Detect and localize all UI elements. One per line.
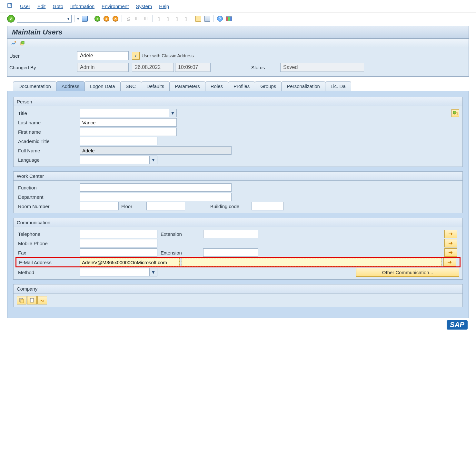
fax-extension-label: Extension bbox=[159, 250, 201, 255]
academic-title-label: Academic Title bbox=[17, 139, 78, 144]
company-group: Company bbox=[13, 284, 463, 307]
workcenter-group-title: Work Center bbox=[17, 173, 44, 179]
title-dropdown[interactable] bbox=[80, 109, 169, 117]
department-field[interactable] bbox=[80, 193, 232, 201]
email-more-button[interactable] bbox=[443, 258, 456, 266]
communication-group-title: Communication bbox=[17, 220, 50, 225]
tab-personalization[interactable]: Personalization bbox=[281, 81, 325, 91]
company-create-button[interactable] bbox=[27, 296, 37, 304]
firstname-field[interactable] bbox=[80, 128, 177, 136]
tab-logon-data[interactable]: Logon Data bbox=[84, 81, 121, 91]
lastname-field[interactable] bbox=[80, 118, 177, 127]
next-page-button: ▯ bbox=[173, 15, 180, 22]
menu-help[interactable]: Help bbox=[159, 4, 169, 9]
fax-field[interactable] bbox=[80, 248, 157, 257]
new-session-button[interactable] bbox=[195, 15, 202, 22]
tool-icon-2[interactable] bbox=[19, 40, 25, 46]
expand-person-icon[interactable] bbox=[451, 109, 459, 117]
language-dropdown[interactable] bbox=[80, 156, 150, 164]
tel-extension-field[interactable] bbox=[203, 230, 258, 238]
status-label: Status bbox=[238, 65, 277, 70]
svg-point-0 bbox=[15, 41, 16, 43]
help-button[interactable]: ? bbox=[216, 15, 223, 22]
department-label: Department bbox=[17, 194, 78, 200]
tab-parameters[interactable]: Parameters bbox=[169, 81, 205, 91]
floor-field[interactable] bbox=[146, 202, 185, 210]
tab-roles[interactable]: Roles bbox=[205, 81, 228, 91]
mobile-label: Mobile Phone bbox=[17, 241, 78, 246]
firstname-label: First name bbox=[17, 129, 78, 135]
menu-edit[interactable]: Edit bbox=[37, 4, 46, 9]
workcenter-group: Work Center Function Department Room Num… bbox=[13, 171, 463, 213]
command-field[interactable]: ▼ bbox=[17, 15, 72, 23]
lastname-label: Last name bbox=[17, 120, 78, 125]
sap-logo: SAP bbox=[447, 320, 468, 330]
academic-title-field[interactable] bbox=[80, 137, 157, 145]
other-communication-button[interactable]: Other Communication... bbox=[356, 268, 459, 277]
print-button: 🖨 bbox=[124, 15, 132, 22]
room-field[interactable] bbox=[80, 202, 119, 210]
floor-label: Floor bbox=[121, 204, 144, 209]
layout-button[interactable] bbox=[204, 15, 211, 22]
page-title: Maintain Users bbox=[12, 28, 464, 36]
find-next-button bbox=[143, 15, 150, 22]
tab-documentation[interactable]: Documentation bbox=[13, 81, 56, 91]
separator bbox=[122, 15, 122, 22]
function-field[interactable] bbox=[80, 183, 232, 192]
menu-goto[interactable]: Goto bbox=[53, 4, 64, 9]
tab-snc[interactable]: SNC bbox=[120, 81, 142, 91]
cancel-button[interactable]: ✕ bbox=[112, 15, 119, 22]
svg-rect-6 bbox=[21, 299, 24, 303]
find-button bbox=[134, 15, 141, 22]
tab-strip: Documentation Address Logon Data SNC Def… bbox=[7, 81, 469, 91]
mobile-field[interactable] bbox=[80, 239, 157, 247]
user-field[interactable] bbox=[77, 51, 129, 60]
status-field bbox=[280, 63, 364, 72]
back-button[interactable]: « bbox=[94, 15, 101, 22]
customize-button[interactable] bbox=[225, 15, 233, 22]
separator bbox=[192, 15, 192, 22]
building-field[interactable] bbox=[252, 202, 284, 210]
telephone-field[interactable] bbox=[80, 230, 157, 238]
title-dropdown-button[interactable]: ▼ bbox=[169, 109, 177, 117]
function-label: Function bbox=[17, 185, 78, 190]
fullname-label: Full Name bbox=[17, 148, 78, 153]
changed-by-field bbox=[77, 63, 129, 72]
tab-lic-data[interactable]: Lic. Da bbox=[325, 81, 351, 91]
language-dropdown-button[interactable]: ▼ bbox=[150, 156, 157, 164]
company-copy-button[interactable] bbox=[17, 296, 26, 304]
tab-groups[interactable]: Groups bbox=[255, 81, 282, 91]
svg-point-9 bbox=[43, 301, 44, 302]
email-field[interactable] bbox=[80, 258, 180, 266]
tab-profiles[interactable]: Profiles bbox=[228, 81, 255, 91]
user-address-mode: User with Classic Address bbox=[142, 53, 194, 58]
mobile-more-button[interactable] bbox=[444, 239, 457, 247]
communication-group: Communication Telephone Extension Mobile… bbox=[13, 218, 463, 280]
method-label: Method bbox=[17, 270, 78, 275]
separator bbox=[74, 15, 74, 22]
menu-user[interactable]: User bbox=[20, 4, 30, 9]
telephone-more-button[interactable] bbox=[444, 230, 457, 238]
enter-button[interactable]: ✔ bbox=[7, 15, 15, 23]
exit-button[interactable]: » bbox=[103, 15, 110, 22]
method-dropdown[interactable] bbox=[80, 268, 150, 276]
save-button[interactable] bbox=[81, 15, 88, 22]
person-group: Person Title ▼ Last name First name Acad… bbox=[13, 97, 463, 167]
separator bbox=[91, 15, 91, 22]
language-label: Language bbox=[17, 157, 78, 163]
menubar: User Edit Goto Information Environment S… bbox=[0, 0, 476, 13]
tool-icon-1[interactable] bbox=[11, 40, 17, 46]
app-toolbar bbox=[7, 39, 469, 48]
menu-information[interactable]: Information bbox=[70, 4, 94, 9]
info-icon[interactable]: i bbox=[132, 52, 140, 60]
company-assign-button[interactable] bbox=[37, 296, 47, 304]
back-double-icon[interactable]: « bbox=[77, 16, 79, 21]
menu-environment[interactable]: Environment bbox=[102, 4, 129, 9]
fax-extension-field[interactable] bbox=[203, 248, 258, 257]
tab-defaults[interactable]: Defaults bbox=[141, 81, 170, 91]
menu-system[interactable]: System bbox=[136, 4, 152, 9]
method-dropdown-button[interactable]: ▼ bbox=[150, 268, 157, 276]
title-label: Title bbox=[17, 111, 78, 116]
fax-more-button[interactable] bbox=[444, 248, 457, 257]
tab-address[interactable]: Address bbox=[56, 81, 85, 91]
